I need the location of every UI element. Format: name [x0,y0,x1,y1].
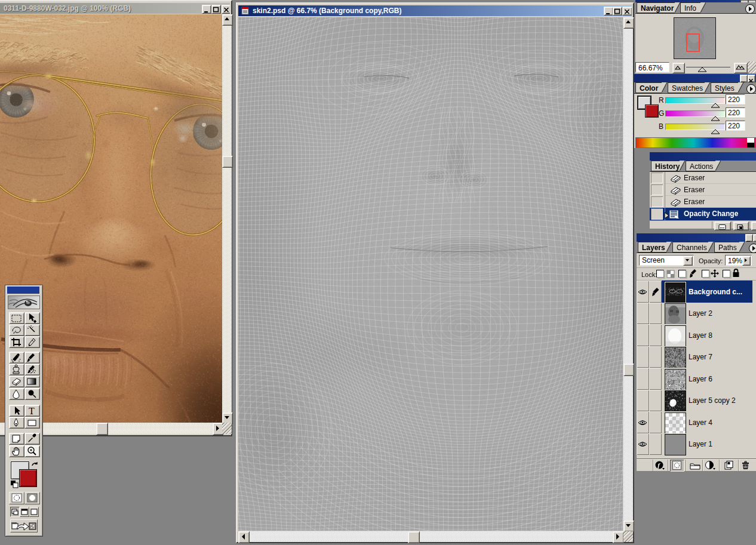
svg-text:T: T [29,406,35,416]
